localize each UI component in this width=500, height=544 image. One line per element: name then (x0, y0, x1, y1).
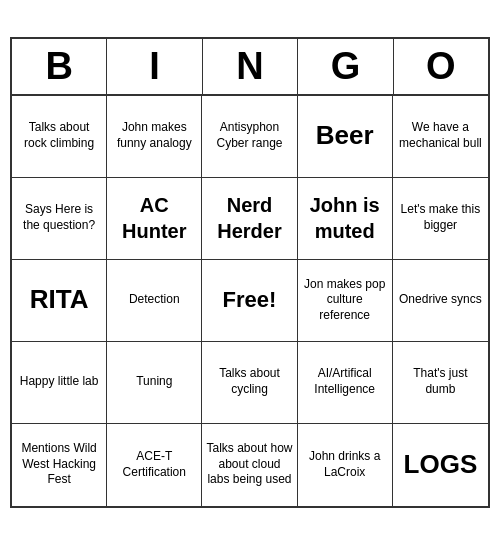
cell-5[interactable]: Says Here is the question? (12, 178, 107, 260)
cell-14[interactable]: Onedrive syncs (393, 260, 488, 342)
cell-0[interactable]: Talks about rock climbing (12, 96, 107, 178)
cell-16[interactable]: Tuning (107, 342, 202, 424)
cell-13[interactable]: Jon makes pop culture reference (298, 260, 393, 342)
cell-15[interactable]: Happy little lab (12, 342, 107, 424)
cell-12[interactable]: Free! (202, 260, 297, 342)
cell-3[interactable]: Beer (298, 96, 393, 178)
cell-17[interactable]: Talks about cycling (202, 342, 297, 424)
cell-6[interactable]: AC Hunter (107, 178, 202, 260)
cell-4[interactable]: We have a mechanical bull (393, 96, 488, 178)
header-letter-i: I (107, 39, 202, 94)
cell-21[interactable]: ACE-T Certification (107, 424, 202, 506)
cell-2[interactable]: Antisyphon Cyber range (202, 96, 297, 178)
header-letter-n: N (203, 39, 298, 94)
cell-10[interactable]: RITA (12, 260, 107, 342)
cell-7[interactable]: Nerd Herder (202, 178, 297, 260)
header-letter-g: G (298, 39, 393, 94)
cell-24[interactable]: LOGS (393, 424, 488, 506)
bingo-header: BINGO (12, 39, 488, 96)
cell-23[interactable]: John drinks a LaCroix (298, 424, 393, 506)
cell-18[interactable]: AI/Artifical Intelligence (298, 342, 393, 424)
cell-19[interactable]: That's just dumb (393, 342, 488, 424)
cell-8[interactable]: John is muted (298, 178, 393, 260)
cell-9[interactable]: Let's make this bigger (393, 178, 488, 260)
cell-22[interactable]: Talks about how about cloud labs being u… (202, 424, 297, 506)
cell-20[interactable]: Mentions Wild West Hacking Fest (12, 424, 107, 506)
cell-1[interactable]: John makes funny analogy (107, 96, 202, 178)
bingo-grid: Talks about rock climbingJohn makes funn… (12, 96, 488, 506)
header-letter-o: O (394, 39, 488, 94)
header-letter-b: B (12, 39, 107, 94)
bingo-card: BINGO Talks about rock climbingJohn make… (10, 37, 490, 508)
cell-11[interactable]: Detection (107, 260, 202, 342)
